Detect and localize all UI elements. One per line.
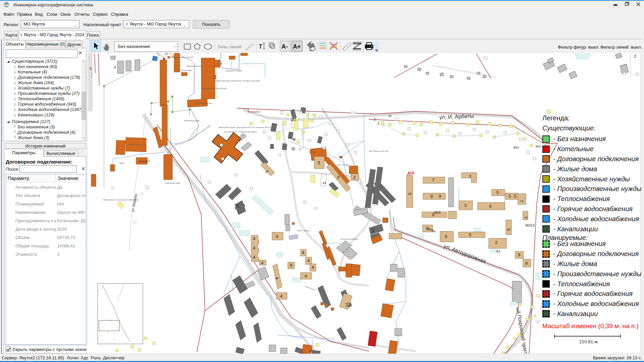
svg-text:40/13: 40/13 <box>525 223 535 227</box>
svg-text:9: 9 <box>432 212 434 217</box>
svg-text:Без назначения: Без назначения <box>118 44 150 49</box>
svg-text:2: 2 <box>374 118 376 121</box>
svg-text:5: 5 <box>489 204 491 209</box>
svg-text:4: 4 <box>302 250 304 255</box>
svg-text:4: 4 <box>253 245 255 250</box>
svg-text:Мобильный пункт диагностики те: Мобильный пункт диагностики тепловых исп… <box>215 80 260 82</box>
svg-text:9: 9 <box>290 263 292 268</box>
svg-text:2: 2 <box>634 54 636 59</box>
svg-text:ДСК: ДСК <box>408 171 415 175</box>
svg-text:Гараж: Гараж <box>119 162 124 164</box>
svg-text:38/1: 38/1 <box>513 146 519 149</box>
svg-text:3: 3 <box>464 203 467 208</box>
svg-text:ул. И. Арбиты: ул. И. Арбиты <box>439 113 474 120</box>
svg-text:Гараж ВСУП ПЦЕБ: Гараж ВСУП ПЦЕБ <box>225 70 242 72</box>
svg-text:A+: A+ <box>293 43 301 50</box>
svg-text:4: 4 <box>261 260 263 265</box>
svg-text:Жилищная площадь ГСПК АГУТ: Жилищная площадь ГСПК АГУТ <box>171 57 194 58</box>
svg-text:2: 2 <box>495 240 497 245</box>
svg-text:Склад МТС: Склад МТС <box>139 160 150 162</box>
svg-text:школа на 990 мест в 73 квартал: школа на 990 мест в 73 квартале мкр. Зас… <box>224 131 257 133</box>
svg-text:4/1: 4/1 <box>290 117 297 123</box>
svg-text:5: 5 <box>496 190 499 195</box>
svg-text:5: 5 <box>407 192 413 195</box>
svg-text:2: 2 <box>353 175 356 180</box>
svg-text:9: 9 <box>525 261 528 266</box>
svg-text:ВАС Россия по РС (Я): ВАС Россия по РС (Я) <box>369 150 388 152</box>
svg-text:Гараж "Ч" Барелли: Гараж "Ч" Барелли <box>297 230 310 232</box>
svg-text:4: 4 <box>276 234 278 239</box>
svg-text:40/б: 40/б <box>434 211 441 215</box>
svg-text:Автоколлектор Мир/Якил: Автоколлектор Мир/Якил <box>340 238 358 240</box>
svg-text:АО "Вердиговая": АО "Вердиговая" <box>178 69 192 71</box>
svg-text:5: 5 <box>469 232 471 237</box>
svg-text:210.81 м.: 210.81 м. <box>579 339 599 344</box>
svg-text:4: 4 <box>253 255 255 260</box>
svg-text:7: 7 <box>469 174 471 179</box>
svg-text:4: 4 <box>312 265 314 270</box>
svg-text:5: 5 <box>506 228 511 231</box>
svg-text:4: 4 <box>307 258 310 263</box>
svg-text:5: 5 <box>508 194 511 199</box>
svg-text:Автобусный гараж: Автобусный гараж <box>184 120 200 122</box>
svg-text:A-: A- <box>281 43 288 50</box>
svg-text:Типы линий: Типы линий <box>217 44 241 49</box>
svg-text:4: 4 <box>253 236 255 241</box>
svg-text:9: 9 <box>439 194 441 199</box>
svg-text:9: 9 <box>445 234 447 239</box>
svg-text:5: 5 <box>318 160 320 165</box>
svg-text:4: 4 <box>280 294 282 299</box>
svg-text:Гаражный кооператив: Гаражный кооператив <box>186 65 202 67</box>
svg-text:33: 33 <box>388 114 391 118</box>
svg-text:9: 9 <box>426 226 428 231</box>
svg-text:2: 2 <box>377 122 379 125</box>
svg-text:9: 9 <box>430 194 433 199</box>
svg-text:T: T <box>259 43 263 50</box>
svg-text:4: 4 <box>305 274 307 279</box>
svg-text:38/1: 38/1 <box>535 145 541 148</box>
svg-text:Перронный гараж: Перронный гараж <box>165 182 180 184</box>
svg-text:Адм. здание В "Убага Россия": Адм. здание В "Убага Россия" <box>201 87 227 89</box>
svg-text:СПМ (ремонтный цех): СПМ (ремонтный цех) <box>193 102 212 104</box>
svg-text:5: 5 <box>514 194 516 199</box>
svg-text:Материально-техническая служба: Материально-техническая служба (МТС) <box>103 199 139 201</box>
svg-text:М-Н "Сунгтар": М-Н "Сунгтар" <box>337 164 349 166</box>
svg-text:9: 9 <box>518 252 520 257</box>
svg-text:Мастерская (Склад - мастерские: Мастерская (Склад - мастерские АСС) АО "… <box>219 126 271 128</box>
svg-text:7: 7 <box>432 178 434 183</box>
